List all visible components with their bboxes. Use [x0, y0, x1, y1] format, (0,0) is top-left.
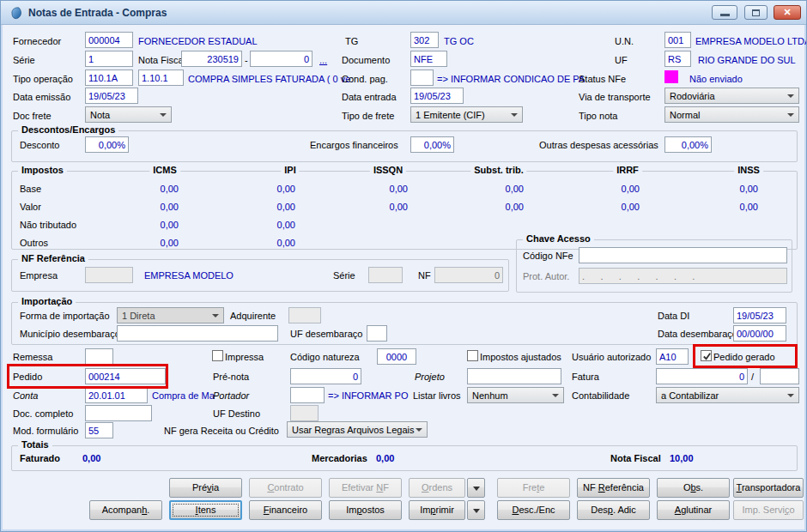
encargos-input[interactable]: 0,00%	[410, 136, 454, 153]
adquirente-label: Adquirente	[230, 310, 276, 323]
un-input[interactable]: 001	[664, 32, 691, 48]
nota-fiscal-seq-input[interactable]: 0	[250, 51, 312, 67]
fornecedor-name: FORNECEDOR ESTADUAL	[138, 35, 258, 48]
status-nfe-swatch	[664, 70, 678, 83]
listar-livros-label: Listar livros	[413, 390, 461, 402]
serie-input[interactable]: 1	[85, 51, 133, 67]
municipio-desembaraco-label: Município desembaraço	[20, 328, 120, 341]
codigo-nfe-input[interactable]	[579, 247, 787, 263]
contrato-button[interactable]: Contrato	[249, 478, 322, 498]
data-desembaraco-input[interactable]: 00/00/00	[733, 325, 786, 342]
doc-frete-select[interactable]: Nota	[85, 106, 172, 123]
data-emissao-input[interactable]: 19/05/23	[85, 88, 138, 104]
aglutinar-button[interactable]: Aglutinar	[657, 500, 730, 520]
tipo-operacao-cfop-input[interactable]: 1.10.1	[138, 70, 184, 86]
projeto-input[interactable]	[467, 368, 561, 384]
transportadora-button[interactable]: Transportadora	[733, 478, 804, 498]
outras-despesas-input[interactable]: 0,00%	[664, 136, 712, 153]
impostos-base-issqn: 0,00	[348, 183, 408, 196]
tipo-operacao-input[interactable]: 110.1A	[85, 70, 133, 86]
ordens-button[interactable]: Ordens	[409, 478, 465, 498]
nf-ref-serie-input	[368, 267, 403, 283]
efetivar-nf-button[interactable]: Efetivar NF	[329, 478, 402, 498]
adquirente-input	[288, 307, 321, 323]
pre-nota-label: Pré-nota	[213, 371, 249, 384]
pedido-gerado-checkbox[interactable]	[701, 350, 712, 361]
nf-ref-serie-label: Série	[333, 269, 355, 282]
restore-icon	[752, 9, 760, 16]
uf-input[interactable]: RS	[664, 51, 691, 67]
desconto-input[interactable]: 0,00%	[85, 136, 129, 153]
close-button[interactable]: ✕	[774, 5, 801, 20]
tipo-frete-select[interactable]: 1 Emitente (CIF)	[410, 106, 523, 123]
tipo-operacao-desc: COMPRA SIMPLES FATURADA ( 0 ve:	[188, 73, 353, 86]
status-nfe-text: Não enviado	[689, 73, 743, 86]
mod-formulario-input[interactable]: 55	[85, 422, 113, 438]
impostos-col-icms: ICMS	[149, 165, 180, 176]
nota-fiscal-more-button[interactable]: ...	[319, 54, 327, 67]
documento-input[interactable]: NFE	[410, 51, 447, 67]
pedido-label: Pedido	[13, 371, 42, 384]
tg-input[interactable]: 302	[410, 32, 439, 48]
imprimir-dropdown-button[interactable]	[467, 500, 485, 520]
doc-frete-label: Doc frete	[13, 110, 52, 123]
impostos-group-title: Impostos	[18, 165, 67, 176]
impostos-base-icms: 0,00	[118, 183, 179, 196]
listar-livros-value: Nenhum	[472, 390, 508, 401]
cond-pag-input[interactable]	[410, 70, 434, 86]
doc-completo-input[interactable]	[85, 405, 152, 421]
uf-desembaraco-input[interactable]	[367, 325, 387, 342]
desc-enc-button[interactable]: Desc./Enc	[497, 500, 570, 520]
impostos-valor-irrf: 0,00	[579, 201, 640, 214]
desp-adic-button[interactable]: Desp. Adic	[577, 500, 650, 520]
restore-button[interactable]	[744, 5, 768, 20]
frete-button[interactable]: Frete	[497, 478, 570, 498]
nota-fiscal-label: Nota Fiscal	[138, 54, 185, 67]
listar-livros-select[interactable]: Nenhum	[467, 387, 564, 403]
impostos-base-inss: 0,00	[698, 183, 758, 196]
nf-gera-select[interactable]: Usar Regras Arquivos Legais	[287, 421, 428, 438]
impostos-ajustados-checkbox[interactable]	[467, 350, 478, 361]
mercadorias-label: Mercadorias	[312, 452, 367, 465]
financeiro-button[interactable]: Financeiro	[249, 500, 322, 520]
portador-input[interactable]	[290, 387, 325, 403]
impostos-base-irrf: 0,00	[579, 183, 640, 196]
fornecedor-input[interactable]: 000004	[85, 32, 133, 48]
obs-button[interactable]: Obs.	[657, 478, 730, 498]
fatura-parcela-input[interactable]	[760, 368, 799, 384]
impostos-valor-subst: 0,00	[464, 201, 524, 214]
dropdown-arrow-icon	[473, 487, 480, 491]
fatura-input[interactable]: 0	[656, 368, 748, 384]
via-transporte-select[interactable]: Rodoviária	[664, 88, 799, 104]
codigo-nfe-label: Código NFe	[523, 250, 573, 263]
uf-label: UF	[615, 54, 628, 67]
contabilidade-select[interactable]: a Contabilizar	[656, 387, 799, 403]
impostos-naotrib-icms: 0,00	[118, 219, 179, 232]
imp-servico-button[interactable]: Imp. Serviço	[733, 500, 804, 520]
forma-importacao-value: 1 Direta	[122, 311, 155, 321]
imprimir-button[interactable]: Imprimir	[409, 500, 465, 520]
pre-nota-input[interactable]: 0	[290, 368, 361, 384]
conta-input[interactable]: 20.01.01	[85, 387, 148, 403]
municipio-desembaraco-input[interactable]	[117, 325, 278, 342]
pedido-input[interactable]: 000214	[85, 368, 166, 384]
remessa-input[interactable]	[85, 348, 113, 365]
previa-button[interactable]: Prévia	[169, 478, 242, 498]
nota-fiscal-input[interactable]: 230519	[181, 51, 242, 67]
tipo-nota-select[interactable]: Normal	[664, 106, 799, 123]
codigo-natureza-input[interactable]: 0000	[377, 348, 416, 365]
nf-referencia-button[interactable]: NF Referência	[577, 478, 650, 498]
usuario-autorizado-input[interactable]: A10	[656, 348, 689, 365]
ordens-dropdown-button[interactable]	[467, 478, 485, 498]
impostos-button[interactable]: Impostos	[329, 500, 402, 520]
data-di-input[interactable]: 19/05/23	[733, 307, 786, 323]
serie-label: Série	[13, 54, 35, 67]
itens-button[interactable]: Itens	[169, 500, 242, 520]
cond-pag-label: Cond. pag.	[342, 73, 388, 86]
acompanh-button[interactable]: Acompanh.	[89, 500, 162, 520]
minimize-button[interactable]	[712, 5, 737, 20]
data-entrada-input[interactable]: 19/05/23	[410, 88, 464, 104]
portador-hint: => INFORMAR PO	[328, 390, 409, 402]
impostos-row-outros-label: Outros	[20, 237, 48, 250]
impressa-checkbox[interactable]	[212, 350, 223, 361]
